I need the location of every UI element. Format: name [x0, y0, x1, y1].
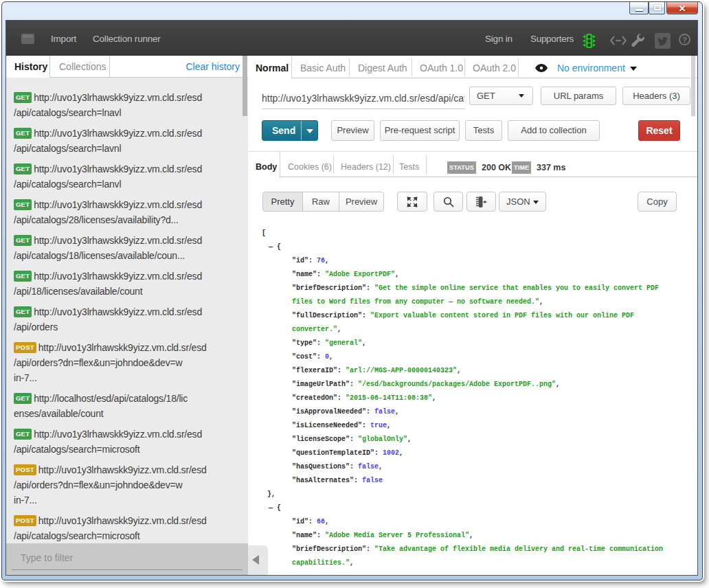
svg-text:?: ?: [682, 36, 687, 44]
